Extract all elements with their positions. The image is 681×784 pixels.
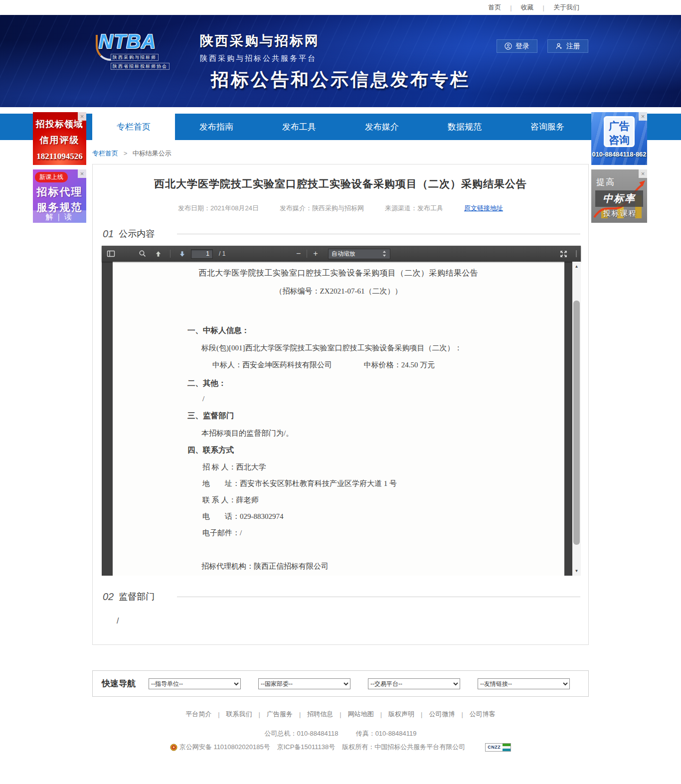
topbar-link-favorite[interactable]: 收藏: [512, 3, 543, 12]
toolbar-handle-icon[interactable]: [576, 250, 577, 257]
scroll-up-icon[interactable]: ▲: [572, 263, 581, 270]
contact-row: 地 址：西安市长安区郭杜教育科技产业区学府大道 1 号: [202, 479, 487, 488]
topbar-link-home[interactable]: 首页: [479, 3, 510, 12]
zoom-level-select[interactable]: 自动缩放: [328, 249, 390, 259]
select-state-ministries[interactable]: --国家部委--: [258, 678, 350, 689]
nav-tab-publish-media[interactable]: 发布媒介: [340, 114, 423, 140]
scroll-down-icon[interactable]: ▼: [572, 567, 581, 575]
new-course-badge: 新课上线: [35, 172, 68, 182]
user-add-icon: [555, 42, 563, 50]
pdf-page: 西北大学医学院技工实验室口腔技工实验设备采购项目（二次）采购结果公告 （招标编号…: [113, 262, 564, 576]
footer-beian-line: 京公网安备 11010802020185号 京ICP备15011138号 版权所…: [0, 743, 681, 752]
select-trading-platforms[interactable]: --交易平台--: [368, 678, 460, 689]
next-page-icon[interactable]: [178, 250, 186, 258]
divider-line: [177, 597, 580, 597]
register-button[interactable]: 注册: [547, 39, 588, 53]
divider-line: [177, 234, 580, 234]
quick-nav-label: 快速导航: [102, 678, 136, 689]
topbar-link-about[interactable]: 关于我们: [544, 3, 588, 12]
page-number-input[interactable]: [191, 249, 213, 259]
nav-tab-publish-tools[interactable]: 发布工具: [258, 114, 340, 140]
section-heading-supervisor: 02 监督部门: [103, 591, 580, 603]
section-heading-content: 01 公示内容: [103, 228, 580, 240]
updown-arrows-icon: [382, 250, 387, 257]
ad-phone-number: 010-88484118-862: [591, 151, 647, 158]
doc-title: 西北大学医学院技工实验室口腔技工实验设备采购项目（二次）采购结果公告: [113, 268, 564, 279]
zoom-in-icon[interactable]: +: [310, 249, 321, 258]
zoom-out-icon[interactable]: −: [293, 249, 304, 258]
close-icon[interactable]: ×: [639, 112, 647, 121]
doc-section-1: 一、中标人信息：: [187, 325, 487, 336]
contact-row: 电 话：029-88302974: [202, 512, 487, 521]
agency-row: 招标代理机构：陕西正信招标有限公司: [201, 562, 487, 571]
ad-bid-course[interactable]: × 提高 中标率 投标课程: [591, 169, 647, 223]
footer-link-jobs[interactable]: 招聘信息: [301, 710, 340, 719]
search-icon[interactable]: [139, 250, 147, 258]
police-badge-icon: [170, 744, 177, 751]
section-number: 02: [103, 591, 114, 603]
announcement-meta: 发布日期：2021年08月24日 发布媒介：陕西采购与招标网 来源渠道：发布工具…: [93, 204, 588, 213]
doc-section-2: 二、其他：: [187, 378, 487, 389]
breadcrumb-home-link[interactable]: 专栏首页: [92, 150, 118, 157]
supervisor-content: /: [117, 617, 588, 626]
close-icon[interactable]: ×: [78, 169, 86, 178]
footer-link-weibo[interactable]: 公司微博: [422, 710, 461, 719]
doc-section-4: 四、联系方式: [187, 445, 487, 456]
banner-title: 招标公告和公示信息发布专栏: [0, 68, 681, 92]
login-label: 登录: [515, 42, 529, 51]
pdf-viewer: / 1 − + 自动缩放: [102, 246, 581, 576]
cnzz-stats-badge[interactable]: CNZZ: [485, 743, 511, 752]
fullscreen-icon[interactable]: [559, 250, 568, 258]
nav-tab-consult-service[interactable]: 咨询服务: [506, 114, 589, 140]
footer-link-ad-service[interactable]: 广告服务: [260, 710, 299, 719]
logo-swoosh-icon: [96, 35, 111, 61]
doc-section-3: 三、监督部门: [187, 411, 487, 421]
page-total-label: / 1: [219, 250, 225, 257]
close-icon[interactable]: ×: [78, 112, 86, 121]
announcement-panel: 西北大学医学院技工实验室口腔技工实验设备采购项目（二次）采购结果公告 发布日期：…: [92, 164, 589, 645]
footer: 平台简介| 联系我们| 广告服务| 招聘信息| 网站地图| 版权声明| 公司微博…: [0, 710, 681, 752]
nav-tab-column-home[interactable]: 专栏首页: [92, 114, 175, 140]
main-navbar: 专栏首页 发布指南 发布工具 发布媒介 数据规范 咨询服务: [0, 114, 681, 140]
footer-link-copyright[interactable]: 版权声明: [382, 710, 421, 719]
login-button[interactable]: 登录: [497, 39, 537, 53]
site-logo: NTBA 陕西采购与招标师 陕西省招标投标师协会 陕西采购与招标网 陕西采购与招…: [99, 32, 320, 70]
sidebar-toggle-icon[interactable]: [107, 250, 115, 258]
breadcrumb-separator: >: [124, 150, 128, 157]
close-icon[interactable]: ×: [639, 169, 647, 178]
breadcrumb-current: 中标结果公示: [133, 150, 171, 157]
cnzz-stripes: [503, 744, 511, 751]
scrollbar-thumb[interactable]: [573, 301, 580, 545]
quick-navigation: 快速导航 --指导单位-- --国家部委-- --交易平台-- --友情链接--: [92, 670, 589, 697]
footer-phone-line: 公司总机：010-88484118 传真：010-88484119: [0, 729, 681, 738]
contact-row: 电子邮件：/: [202, 528, 487, 538]
ad-phone-number: 18211094526: [33, 152, 86, 161]
contact-row: 联 系 人：薛老师: [202, 495, 487, 505]
original-link[interactable]: 原文链接地址: [464, 204, 503, 213]
logo-acronym: NTBA: [99, 32, 186, 51]
logo-subtext-1: 陕西采购与招标师: [111, 54, 159, 61]
winner-name: 西安金坤医药科技有限公司: [242, 361, 332, 369]
footer-link-blog[interactable]: 公司博客: [463, 710, 502, 719]
user-circle-icon: [505, 42, 512, 50]
previous-page-icon[interactable]: [155, 250, 162, 258]
contact-row: 招 标 人：西北大学: [202, 463, 487, 472]
footer-link-contact[interactable]: 联系我们: [220, 710, 259, 719]
nav-tab-data-standard[interactable]: 数据规范: [423, 114, 506, 140]
footer-link-sitemap[interactable]: 网站地图: [341, 710, 380, 719]
select-guide-units[interactable]: --指导单位--: [149, 678, 241, 689]
pdf-scrollbar[interactable]: ▲ ▼: [572, 262, 581, 576]
register-label: 注册: [566, 42, 580, 51]
select-friend-links[interactable]: --友情链接--: [478, 678, 570, 689]
site-title: 陕西采购与招标网: [200, 32, 320, 50]
site-banner: NTBA 陕西采购与招标师 陕西省招标投标师协会 陕西采购与招标网 陕西采购与招…: [0, 15, 681, 107]
ad-agency-course[interactable]: × 新课上线 招标代理 服务规范 解｜读: [33, 169, 86, 223]
ad-advert-consult[interactable]: × 广告 咨询 010-88484118-862: [591, 112, 647, 165]
footer-link-platform-intro[interactable]: 平台简介: [179, 710, 218, 719]
breadcrumb: 专栏首页 > 中标结果公示: [92, 149, 589, 158]
winner-price: 24.50 万元: [401, 361, 435, 369]
doc-tender-number: （招标编号：ZX2021-07-61（二次））: [113, 287, 564, 296]
nav-tab-publish-guide[interactable]: 发布指南: [175, 114, 258, 140]
pdf-toolbar: / 1 − + 自动缩放: [102, 246, 581, 262]
ad-credit-rating[interactable]: × 招投标领域 信用评级 18211094526: [33, 112, 86, 165]
